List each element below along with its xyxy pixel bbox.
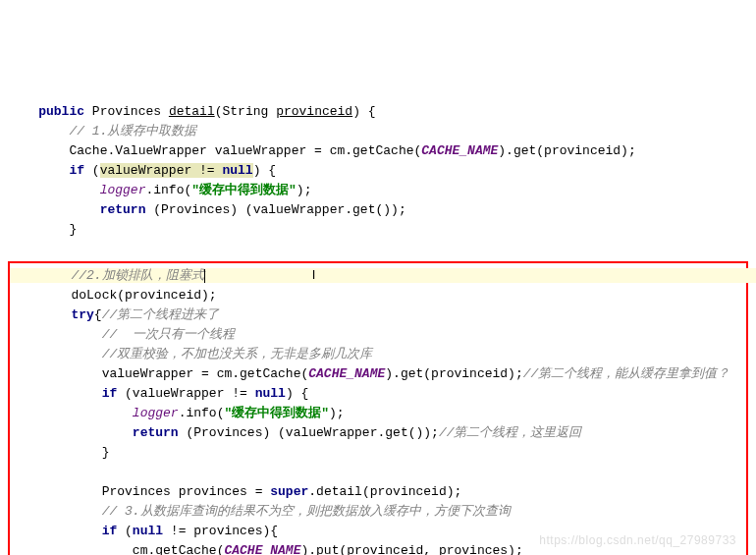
blank-line-2: [10, 465, 18, 479]
line-try: try{//第二个线程进来了: [10, 307, 219, 322]
line-1: public Provinces detail(String provincei…: [8, 104, 376, 119]
line-15: }: [10, 445, 109, 460]
line-5: return (Provinces) (valueWrapper.get());: [8, 202, 406, 217]
red-highlighted-box: //2.加锁排队，阻塞式 I doLock(provinceid); try{/…: [8, 261, 748, 555]
active-line[interactable]: //2.加锁排队，阻塞式 I: [10, 268, 756, 283]
line-11: valueWrapper = cm.getCache(CACHE_NAME).g…: [10, 366, 729, 381]
kw-public: public: [38, 104, 84, 119]
line-c10: //双重校验，不加也没关系，无非是多刷几次库: [10, 347, 372, 361]
line-12: if (valueWrapper != null) {: [10, 386, 308, 401]
watermark: https://blog.csdn.net/qq_27989733: [539, 530, 736, 550]
line-19: cm.getCache(CACHE_NAME).put(provinceid, …: [10, 543, 523, 555]
line-6: }: [8, 222, 77, 237]
line-2: Cache.ValueWrapper valueWrapper = cm.get…: [8, 143, 636, 158]
line-18: if (null != provinces){: [10, 524, 278, 538]
line-14: return (Provinces) (valueWrapper.get());…: [10, 425, 582, 440]
code-block: public Provinces detail(String provincei…: [8, 83, 748, 555]
text-cursor: [204, 269, 205, 283]
line-16: Provinces provinces = super.detail(provi…: [10, 484, 461, 499]
line-dolock: doLock(provinceid);: [10, 288, 217, 303]
line-4: logger.info("缓存中得到数据");: [8, 183, 311, 197]
line-c9: // 一次只有一个线程: [10, 327, 235, 342]
ibeam-cursor: I: [312, 267, 316, 282]
blank-line: [8, 242, 16, 256]
line-13: logger.info("缓存中得到数据");: [10, 406, 345, 420]
line-comment-1: // 1.从缓存中取数据: [8, 124, 196, 139]
condition-highlight: valueWrapper != null: [100, 163, 253, 178]
line-c17: // 3.从数据库查询的结果不为空，则把数据放入缓存中，方便下次查询: [10, 504, 511, 519]
line-3: if (valueWrapper != null) {: [8, 163, 276, 178]
